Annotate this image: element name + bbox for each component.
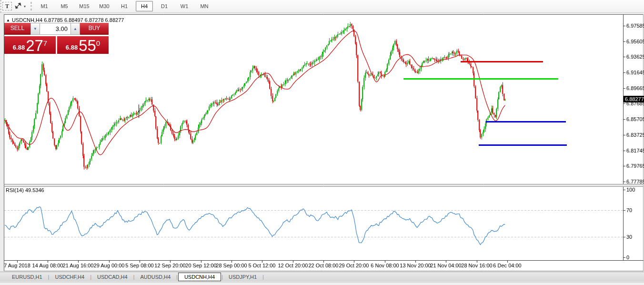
price-axis-label: 6.79765	[626, 163, 644, 169]
indicator-label: RSI(14) 49.5346	[6, 187, 44, 193]
sell-price-big: 27	[26, 39, 43, 53]
rsi-axis-label: 100	[626, 187, 635, 193]
toolbar: T ▾ M1M5M15M30H1H4D1W1MN	[0, 0, 644, 13]
volume-input[interactable]: 3.00	[40, 23, 70, 35]
symbol-period-label: USDCNH,H4	[12, 17, 44, 23]
price-axis-label: 6.85705	[626, 116, 644, 122]
tab-usdchfh4[interactable]: USDCHF,H4	[50, 273, 90, 281]
date-axis-label: 5 Oct 12:00	[249, 263, 276, 268]
chevron-down-icon[interactable]: ▾	[24, 4, 26, 9]
buy-price-prefix: 6.88	[66, 44, 78, 51]
timeframe-button-m30[interactable]: M30	[96, 1, 113, 11]
price-axis-label: 6.95605	[626, 39, 644, 44]
timeframe-button-h1[interactable]: H1	[116, 1, 133, 11]
price-axis-label: 6.81745	[626, 148, 644, 153]
sell-price-box[interactable]: 6.88 27 7	[4, 36, 56, 54]
tab-eurusdh1[interactable]: EURUSD,H1	[7, 273, 48, 281]
tab-usdcnhh4[interactable]: USDCNH,H4	[178, 273, 221, 281]
sell-button[interactable]: SELL	[4, 23, 30, 35]
date-axis-label: 7 Aug 2018	[4, 263, 30, 268]
date-axis-label: 21 Aug 16:00	[63, 263, 94, 268]
tab-usdjpyh1[interactable]: USDJPY,H1	[223, 273, 262, 281]
buy-price-sup: 0	[96, 39, 100, 47]
date-axis-label: 29 Aug 00:00	[94, 263, 125, 268]
tab-separator: |	[262, 274, 264, 280]
date-axis-label: 6 Dec 04:00	[493, 263, 521, 268]
date-axis-label: 29 Oct 20:00	[339, 263, 369, 268]
chart-title: ▲USDCNH,H4 6.87785 6.88497 6.87278 6.882…	[6, 17, 124, 23]
price-axis-label: 6.77785	[626, 179, 644, 184]
cursor-arrows-icon	[15, 2, 21, 10]
date-axis-label: 22 Oct 08:00	[309, 263, 339, 268]
buy-price-box[interactable]: 6.88 55 0	[57, 36, 109, 54]
price-axis-label: 6.91645	[626, 70, 644, 75]
collapse-icon[interactable]: ▲	[6, 18, 10, 22]
rsi-axis-label: 0	[626, 254, 629, 260]
sell-price-sup: 7	[43, 39, 47, 47]
tab-audusdh4[interactable]: AUDUSD,H4	[135, 273, 176, 281]
sell-price-prefix: 6.88	[13, 44, 25, 51]
buy-button[interactable]: BUY	[80, 23, 109, 35]
timeframe-button-mn[interactable]: MN	[196, 1, 213, 11]
ohlc-values: 6.87785 6.88497 6.87278 6.88277	[44, 17, 124, 23]
volume-increase-button[interactable]: ▲	[70, 23, 80, 35]
date-axis-label: 6 Nov 08:00	[371, 263, 399, 268]
date-axis-label: 12 Sep 20:00	[154, 263, 185, 268]
date-axis-label: 21 Nov 04:00	[430, 263, 461, 268]
date-axis-label: 14 Aug 08:00	[32, 263, 63, 268]
timeframe-button-d1[interactable]: D1	[156, 1, 173, 11]
one-click-trading-panel: SELL ▼ 3.00 ▲ BUY 6.88 27 7 6.88 55 0	[4, 23, 109, 54]
current-price-badge: 6.88277	[624, 96, 644, 102]
price-axis-label: 6.89665	[626, 85, 644, 91]
date-axis-label: 20 Sep 12:00	[185, 263, 216, 268]
chart-tab-bar: EURUSD,H1|USDCHF,H4|USDCAD,H4|AUDUSD,H4|…	[0, 272, 644, 282]
rsi-axis-label: 70	[626, 207, 632, 213]
timeframe-button-w1[interactable]: W1	[176, 1, 193, 11]
timeframe-bar: M1M5M15M30H1H4D1W1MN	[36, 1, 216, 11]
date-axis-label: 12 Oct 20:00	[278, 263, 308, 268]
price-axis-label: 6.93625	[626, 54, 644, 60]
price-axis-label: 6.97585	[626, 23, 644, 29]
text-tool-button[interactable]: T	[2, 2, 12, 10]
timeframe-button-m1[interactable]: M1	[36, 1, 53, 11]
rsi-axis-label: 30	[626, 234, 632, 240]
status-bar	[0, 282, 644, 285]
cursor-arrows-button[interactable]	[13, 1, 23, 11]
tab-usdcadh4[interactable]: USDCAD,H4	[92, 273, 133, 281]
price-axis-label: 6.83725	[626, 132, 644, 138]
date-axis-label: 5 Sep 08:00	[125, 263, 153, 268]
toolbar-grip[interactable]	[30, 2, 32, 10]
timeframe-button-m15[interactable]: M15	[76, 1, 93, 11]
date-axis-label: 28 Sep 00:00	[216, 263, 247, 268]
buy-price-big: 55	[79, 39, 96, 53]
date-axis-label: 28 Nov 16:00	[461, 263, 492, 268]
date-axis-label: 13 Nov 20:00	[400, 263, 431, 268]
volume-decrease-button[interactable]: ▼	[30, 23, 40, 35]
timeframe-button-m5[interactable]: M5	[56, 1, 73, 11]
timeframe-button-h4[interactable]: H4	[136, 1, 153, 11]
